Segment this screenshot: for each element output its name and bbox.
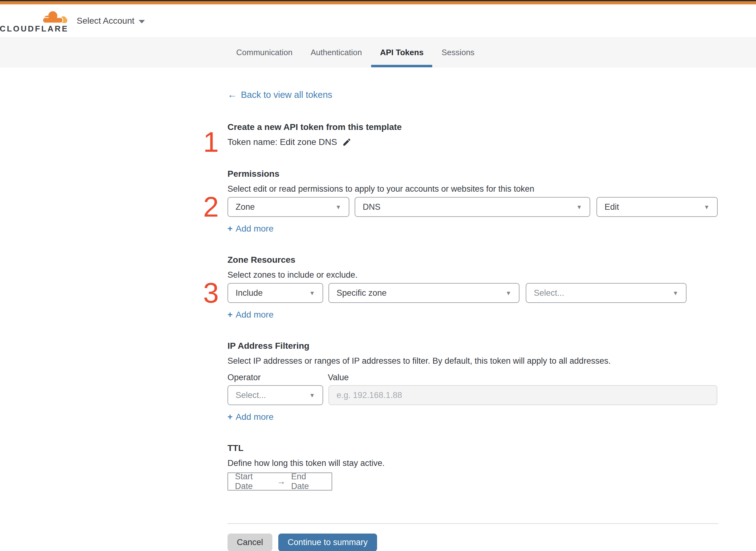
brand-accent-bar bbox=[0, 1, 756, 4]
footer-divider bbox=[227, 523, 719, 524]
ip-filtering-section: IP Address Filtering Select IP addresses… bbox=[227, 340, 718, 423]
account-selector[interactable]: Select Account bbox=[77, 16, 145, 26]
ttl-section: TTL Define how long this token will stay… bbox=[227, 442, 718, 491]
zone-operator-dropdown[interactable]: Include ▼ bbox=[227, 283, 323, 303]
permissions-add-more-link[interactable]: + Add more bbox=[227, 222, 273, 235]
account-selector-label: Select Account bbox=[77, 16, 134, 26]
add-more-label: Add more bbox=[235, 411, 273, 423]
permission-scope-dropdown[interactable]: Zone ▼ bbox=[227, 197, 349, 217]
plus-icon: + bbox=[227, 222, 232, 235]
zone-scope-dropdown[interactable]: Specific zone ▼ bbox=[328, 283, 520, 303]
operator-label: Operator bbox=[227, 372, 328, 383]
tab-label: API Tokens bbox=[380, 48, 424, 57]
step-number-3: 3 bbox=[196, 283, 219, 303]
permissions-section: Permissions Select edit or read permissi… bbox=[227, 168, 718, 235]
ip-filtering-title: IP Address Filtering bbox=[227, 340, 718, 352]
dropdown-value: Zone bbox=[235, 202, 330, 212]
ttl-description: Define how long this token will stay act… bbox=[227, 457, 718, 469]
back-arrow-icon: ← bbox=[227, 88, 237, 101]
zone-resources-add-more-link[interactable]: + Add more bbox=[227, 309, 273, 321]
cloudflare-cloud-icon bbox=[38, 9, 69, 24]
tab-api-tokens[interactable]: API Tokens bbox=[371, 38, 432, 67]
ip-operator-dropdown[interactable]: Select... ▼ bbox=[227, 385, 323, 405]
chevron-down-icon bbox=[139, 20, 145, 23]
start-date-label: Start Date bbox=[235, 472, 271, 491]
tab-label: Communication bbox=[236, 48, 292, 57]
value-label: Value bbox=[328, 372, 349, 383]
dropdown-value: Edit bbox=[605, 202, 699, 212]
ttl-title: TTL bbox=[227, 442, 718, 454]
back-link[interactable]: ← Back to view all tokens bbox=[227, 88, 332, 101]
ttl-date-range-picker[interactable]: Start Date → End Date bbox=[227, 473, 332, 491]
permissions-title: Permissions bbox=[227, 168, 718, 180]
token-name-text: Token name: Edit zone DNS bbox=[227, 135, 337, 149]
footer-actions: Cancel Continue to summary bbox=[227, 534, 718, 551]
permissions-description: Select edit or read permissions to apply… bbox=[227, 183, 718, 195]
dropdown-value: Specific zone bbox=[336, 288, 501, 298]
zone-resources-section: Zone Resources Select zones to include o… bbox=[227, 254, 718, 321]
dropdown-placeholder: Select... bbox=[534, 288, 668, 298]
step-number-2: 2 bbox=[196, 197, 219, 217]
plus-icon: + bbox=[227, 411, 232, 423]
header: CLOUDFLARE Select Account bbox=[0, 4, 756, 37]
zone-resources-title: Zone Resources bbox=[227, 254, 718, 266]
add-more-label: Add more bbox=[235, 309, 273, 321]
cloudflare-logo[interactable]: CLOUDFLARE bbox=[9, 9, 69, 33]
dropdown-placeholder: Select... bbox=[235, 391, 304, 400]
ip-filtering-description: Select IP addresses or ranges of IP addr… bbox=[227, 355, 718, 367]
dropdown-value: Include bbox=[235, 288, 304, 298]
tab-authentication[interactable]: Authentication bbox=[302, 38, 371, 67]
main-content: ← Back to view all tokens Create a new A… bbox=[0, 67, 756, 551]
zone-select-dropdown[interactable]: Select... ▼ bbox=[526, 283, 687, 303]
cloudflare-logo-text: CLOUDFLARE bbox=[0, 25, 69, 33]
chevron-down-icon: ▼ bbox=[335, 204, 341, 210]
plus-icon: + bbox=[227, 309, 232, 321]
ip-filtering-add-more-link[interactable]: + Add more bbox=[227, 411, 273, 423]
permission-group-dropdown[interactable]: DNS ▼ bbox=[354, 197, 590, 217]
cancel-button[interactable]: Cancel bbox=[227, 534, 272, 551]
back-link-label: Back to view all tokens bbox=[241, 88, 332, 101]
dropdown-value: DNS bbox=[363, 202, 571, 212]
chevron-down-icon: ▼ bbox=[673, 290, 678, 296]
ip-value-input[interactable] bbox=[328, 385, 717, 405]
chevron-down-icon: ▼ bbox=[309, 392, 315, 398]
tab-label: Authentication bbox=[311, 48, 362, 57]
zone-resources-description: Select zones to include or exclude. bbox=[227, 268, 718, 281]
chevron-down-icon: ▼ bbox=[309, 290, 315, 296]
chevron-down-icon: ▼ bbox=[506, 290, 511, 296]
tab-label: Sessions bbox=[442, 48, 475, 57]
end-date-label: End Date bbox=[291, 472, 325, 491]
chevron-down-icon: ▼ bbox=[576, 204, 582, 210]
token-template-section: Create a new API token from this templat… bbox=[227, 121, 718, 149]
tab-communication[interactable]: Communication bbox=[227, 38, 301, 67]
permission-access-dropdown[interactable]: Edit ▼ bbox=[597, 197, 718, 217]
add-more-label: Add more bbox=[235, 222, 273, 235]
pencil-edit-icon[interactable] bbox=[342, 137, 351, 147]
step-number-1: 1 bbox=[196, 132, 219, 152]
tab-bar: Communication Authentication API Tokens … bbox=[0, 37, 756, 67]
arrow-right-icon: → bbox=[277, 477, 285, 487]
continue-to-summary-button[interactable]: Continue to summary bbox=[278, 534, 377, 551]
chevron-down-icon: ▼ bbox=[704, 204, 710, 210]
tab-sessions[interactable]: Sessions bbox=[433, 38, 483, 67]
create-token-title: Create a new API token from this templat… bbox=[227, 121, 718, 133]
